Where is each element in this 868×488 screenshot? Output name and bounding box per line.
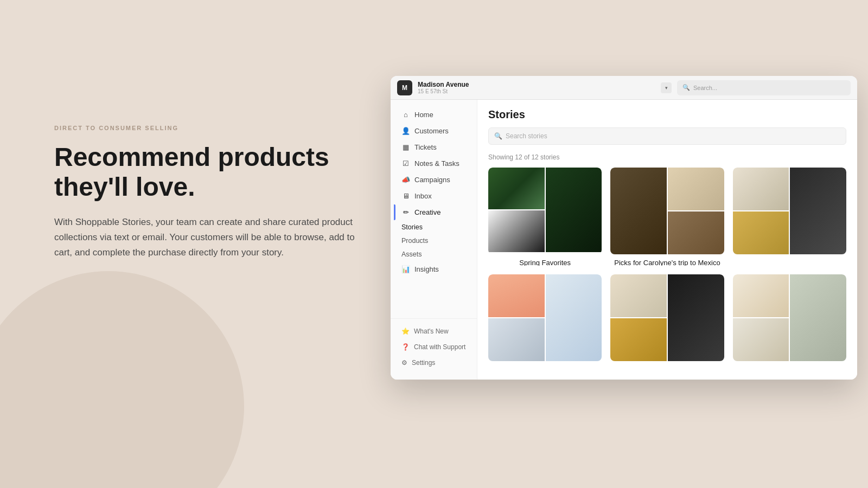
sidebar-bottom: ⭐ What's New ❓ Chat with Support ⚙ Setti…	[391, 318, 477, 375]
story-name: Spring Favorites	[489, 259, 601, 266]
insights-icon: 📊	[401, 265, 410, 273]
sidebar-label-insights: Insights	[414, 265, 439, 273]
settings-icon: ⚙	[401, 359, 407, 367]
main-content: Stories 🔍 Search stories Showing 12 of 1…	[477, 100, 857, 380]
sidebar-label-tickets: Tickets	[414, 143, 437, 151]
story-images-style	[610, 274, 724, 361]
story-images-partial2	[733, 274, 846, 361]
sidebar-sub-label-products: Products	[401, 237, 428, 245]
sidebar-sub-item-stories[interactable]: Stories	[394, 221, 474, 234]
story-img	[733, 318, 789, 361]
story-info: Picks for Carolyne's trip to Mexico 5 Pi…	[610, 254, 724, 266]
sidebar-label-inbox: Inbox	[414, 192, 432, 200]
story-img	[733, 274, 789, 317]
sidebar-label-home: Home	[414, 111, 433, 119]
story-img	[488, 318, 545, 361]
background-blob	[0, 271, 244, 488]
story-img	[668, 211, 724, 254]
sidebar-item-settings[interactable]: ⚙ Settings	[394, 355, 474, 370]
story-card-carolyne[interactable]: Picks for Carolyne's trip to Mexico 5 Pi…	[610, 168, 724, 266]
content-header: Stories 🔍 Search stories	[477, 100, 857, 149]
story-img	[668, 168, 724, 210]
global-search[interactable]: 🔍 Search...	[677, 80, 851, 95]
home-icon: ⌂	[401, 111, 410, 119]
active-indicator	[394, 204, 395, 220]
story-img	[546, 168, 602, 252]
story-card-partial-2[interactable]	[733, 274, 846, 369]
story-info	[610, 361, 724, 369]
story-img	[668, 274, 724, 361]
sidebar-nav: ⌂ Home 👤 Customers ▦ Tickets ☑ Notes & T…	[391, 104, 477, 318]
sidebar-label-notes: Notes & Tasks	[414, 159, 459, 168]
sidebar-item-whats-new[interactable]: ⭐ What's New	[394, 324, 474, 339]
story-img	[546, 274, 602, 361]
sidebar-label-creative: Creative	[414, 208, 441, 216]
campaigns-icon: 📣	[401, 176, 410, 184]
workspace-info: Madison Avenue 15 E 57th St	[418, 81, 655, 94]
search-icon: 🔍	[682, 84, 690, 91]
marketing-label: DIRECT TO CONSUMER SELLING	[54, 125, 369, 131]
story-img	[733, 168, 789, 210]
sidebar: ⌂ Home 👤 Customers ▦ Tickets ☑ Notes & T…	[391, 100, 477, 380]
story-name: Picks for Carolyne's trip to Mexico	[611, 259, 723, 266]
sidebar-item-insights[interactable]: 📊 Insights	[394, 261, 474, 277]
workspace-sub: 15 E 57th St	[418, 88, 655, 94]
sidebar-sub-item-products[interactable]: Products	[394, 234, 474, 247]
sidebar-label-campaigns: Campaigns	[414, 176, 450, 184]
sidebar-sub-item-assets[interactable]: Assets	[394, 248, 474, 261]
marketing-section: DIRECT TO CONSUMER SELLING Recommend pro…	[54, 125, 369, 261]
search-stories-placeholder: Search stories	[506, 132, 547, 140]
title-bar: M Madison Avenue 15 E 57th St ▾ 🔍 Search…	[391, 76, 857, 100]
workspace-chevron-button[interactable]: ▾	[661, 82, 672, 93]
sidebar-label-whats-new: What's New	[414, 328, 449, 335]
story-card-partial-1[interactable]	[733, 168, 846, 266]
search-placeholder: Search...	[693, 85, 717, 91]
story-info: Spring Favorites 6 Pieces	[488, 254, 602, 266]
story-img	[790, 168, 846, 254]
sidebar-item-chat-support[interactable]: ❓ Chat with Support	[394, 339, 474, 355]
story-images-beauty	[488, 274, 602, 361]
story-info	[733, 361, 846, 369]
sidebar-label-chat-support: Chat with Support	[414, 343, 465, 351]
sidebar-label-customers: Customers	[414, 127, 449, 135]
story-img	[610, 274, 667, 317]
sidebar-item-customers[interactable]: 👤 Customers	[394, 123, 474, 139]
story-img	[488, 274, 545, 317]
story-img	[733, 211, 789, 254]
tickets-icon: ▦	[401, 143, 410, 151]
sidebar-item-home[interactable]: ⌂ Home	[394, 107, 474, 123]
sidebar-sub-label-stories: Stories	[401, 223, 423, 231]
story-info	[488, 361, 602, 369]
search-stories-bar[interactable]: 🔍 Search stories	[488, 127, 846, 145]
story-img	[488, 168, 545, 209]
notes-icon: ☑	[401, 159, 410, 168]
story-images-carolyne	[610, 168, 724, 254]
story-images-spring	[488, 168, 602, 254]
sidebar-item-tickets[interactable]: ▦ Tickets	[394, 139, 474, 155]
story-images-partial	[733, 168, 846, 254]
sidebar-sub-label-assets: Assets	[401, 251, 422, 258]
marketing-body: With Shoppable Stories, your team can cr…	[54, 215, 369, 260]
story-img	[790, 274, 846, 361]
workspace-name: Madison Avenue	[418, 81, 655, 88]
creative-icon: ✏	[401, 208, 410, 216]
sidebar-item-inbox[interactable]: 🖥 Inbox	[394, 188, 474, 204]
story-info	[733, 254, 846, 262]
sidebar-item-creative[interactable]: ✏ Creative	[394, 204, 474, 220]
sidebar-label-settings: Settings	[412, 359, 435, 367]
story-img	[610, 318, 667, 361]
sidebar-item-notes[interactable]: ☑ Notes & Tasks	[394, 156, 474, 171]
app-body: ⌂ Home 👤 Customers ▦ Tickets ☑ Notes & T…	[391, 100, 857, 380]
customers-icon: 👤	[401, 127, 410, 135]
stories-grid: Spring Favorites 6 Pieces Picks for Caro…	[477, 163, 857, 380]
app-window: M Madison Avenue 15 E 57th St ▾ 🔍 Search…	[391, 76, 857, 380]
inbox-icon: 🖥	[401, 192, 410, 200]
story-card-beauty[interactable]	[488, 274, 602, 369]
workspace-logo: M	[397, 80, 412, 95]
story-card-style[interactable]	[610, 274, 724, 369]
story-card-spring-favorites[interactable]: Spring Favorites 6 Pieces	[488, 168, 602, 266]
story-img	[610, 168, 667, 254]
sidebar-item-campaigns[interactable]: 📣 Campaigns	[394, 172, 474, 188]
page-title: Stories	[488, 108, 846, 121]
whats-new-icon: ⭐	[401, 328, 410, 335]
